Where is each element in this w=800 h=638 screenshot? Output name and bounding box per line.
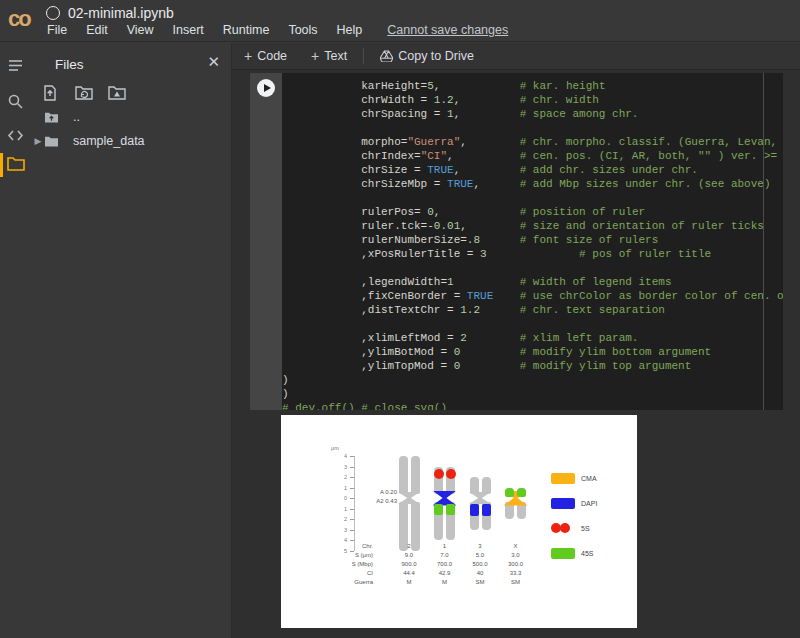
app-header: co 02-minimal.ipynb FileEditViewInsertRu… (0, 0, 800, 42)
mark-band (470, 504, 479, 517)
sidebar: Files ✕ ..▶sample_data (0, 43, 232, 638)
table-cell: X (496, 543, 536, 549)
files-active-indicator (0, 153, 3, 177)
chromatid-short-arm (470, 477, 479, 494)
table-cell: 2 (389, 543, 429, 549)
code-line: chrSize = TRUE, # add chr. sizes under c… (282, 163, 783, 177)
code-line: ,xlimLeftMod = 2 # xlim left param. (282, 331, 783, 345)
code-line: ,ylimBotMod = 0 # modify ylim bottom arg… (282, 345, 783, 359)
centromere (398, 492, 420, 504)
menu-item-help[interactable]: Help (337, 23, 363, 37)
ruler-title: µm (331, 445, 339, 451)
rail-search-icon[interactable] (7, 93, 24, 110)
table-row-label: Chr. (333, 543, 373, 549)
code-line: ,distTextChr = 1.2 # chr. text separatio… (282, 303, 783, 317)
notebook-title[interactable]: 02-minimal.ipynb (68, 5, 174, 21)
legend-swatch-CMA (551, 473, 575, 484)
ruler-tick-label: 2 (333, 516, 347, 522)
rail-code-icon[interactable] (7, 127, 24, 144)
expand-arrow-icon[interactable]: ▶ (32, 136, 44, 146)
sidebar-rail (0, 43, 30, 638)
play-icon (264, 84, 271, 92)
save-status-link[interactable]: Cannot save changes (387, 23, 508, 37)
menu-item-file[interactable]: File (47, 23, 67, 37)
add-code-button[interactable]: + Code (232, 43, 299, 69)
rail-toc-icon[interactable] (7, 57, 24, 74)
colab-logo[interactable]: co (8, 6, 30, 32)
table-cell: 33.3 (496, 570, 536, 576)
cell-gutter (250, 73, 282, 410)
asymmetry-index: A 0.20 (365, 489, 397, 495)
add-text-button[interactable]: + Text (299, 43, 359, 69)
ruler-tick-label: 1 (333, 506, 347, 512)
mount-drive-button[interactable] (108, 85, 126, 103)
editor-ruler-line (763, 73, 764, 410)
refresh-folder-button[interactable] (75, 85, 93, 103)
mark-cap (505, 488, 514, 498)
menu-item-insert[interactable]: Insert (173, 23, 204, 37)
colab-app: co 02-minimal.ipynb FileEditViewInsertRu… (0, 0, 800, 638)
table-cell: 44.4 (389, 570, 429, 576)
toolbar-divider (363, 48, 364, 64)
copy-to-drive-button[interactable]: Copy to Drive (368, 43, 486, 69)
table-cell: SM (496, 579, 536, 585)
table-cell: M (389, 579, 429, 585)
legend-label: 45S (581, 550, 593, 557)
table-cell: 5.0 (460, 552, 500, 558)
table-cell: 40 (460, 570, 500, 576)
code-editor[interactable]: karHeight=5, # kar. height chrWidth = 1.… (282, 73, 783, 410)
table-cell: M (425, 579, 465, 585)
table-cell: 3 (460, 543, 500, 549)
chromatid-short-arm (482, 477, 491, 494)
menu-item-tools[interactable]: Tools (288, 23, 317, 37)
title-row: 02-minimal.ipynb (46, 5, 174, 21)
code-line: rulerNumberSize=.8 # font size of rulers (282, 233, 783, 247)
table-cell: 900.0 (389, 561, 429, 567)
centromere (469, 492, 491, 504)
code-line: ruler.tck=-0.01, # size and orientation … (282, 219, 783, 233)
cell-toolbar: + Code + Text Copy to Drive (232, 43, 800, 70)
upload-file-button[interactable] (42, 85, 60, 103)
code-line: morpho="Guerra", # chr. morpho. classif.… (282, 135, 783, 149)
code-line (282, 261, 783, 275)
legend-label: CMA (581, 475, 597, 482)
menu-item-runtime[interactable]: Runtime (223, 23, 270, 37)
files-panel-title: Files (55, 57, 84, 72)
ruler-tick-label: 2 (333, 474, 347, 480)
code-line (282, 317, 783, 331)
ruler-tick-label: 4 (333, 453, 347, 459)
table-cell: 500.0 (460, 561, 500, 567)
code-line (282, 121, 783, 135)
legend-label: 5S (581, 525, 590, 532)
table-cell: 3.0 (496, 552, 536, 558)
ruler-tick-label: 1 (333, 485, 347, 491)
code-line: chrSizeMbp = TRUE, # add Mbp sizes under… (282, 177, 783, 191)
rail-files-icon[interactable] (7, 156, 24, 173)
table-cell: 1 (425, 543, 465, 549)
code-line: rulerPos= 0, # position of ruler (282, 205, 783, 219)
code-line: ,legendWidth=1 # width of legend items (282, 275, 783, 289)
run-cell-button[interactable] (257, 79, 275, 97)
legend-swatch-5S (560, 523, 570, 533)
code-line: ,fixCenBorder = TRUE # use chrColor as b… (282, 289, 783, 303)
table-cell: 700.0 (425, 561, 465, 567)
asymmetry-index: A2 0.43 (365, 498, 397, 504)
chromatid-short-arm (399, 456, 408, 494)
mark-band (446, 504, 455, 516)
plus-icon: + (311, 48, 319, 64)
menubar: FileEditViewInsertRuntimeToolsHelpCannot… (47, 23, 508, 37)
table-cell: 7.0 (425, 552, 465, 558)
menu-item-view[interactable]: View (127, 23, 154, 37)
menu-item-edit[interactable]: Edit (86, 23, 108, 37)
table-row-label: Guerra (333, 579, 373, 585)
file-tree: ..▶sample_data (30, 105, 232, 153)
tree-item-parent[interactable]: .. (30, 105, 232, 129)
code-line: chrWidth = 1.2, # chr. width (282, 93, 783, 107)
table-cell: 9.0 (389, 552, 429, 558)
github-icon[interactable] (46, 6, 60, 20)
folder-up-icon (44, 111, 66, 124)
files-close-button[interactable]: ✕ (207, 53, 220, 71)
code-line: ,ylimTopMod = 0 # modify ylim top argume… (282, 359, 783, 373)
mark-dot-5S (446, 469, 456, 479)
tree-item-sample_data[interactable]: ▶sample_data (30, 129, 232, 153)
